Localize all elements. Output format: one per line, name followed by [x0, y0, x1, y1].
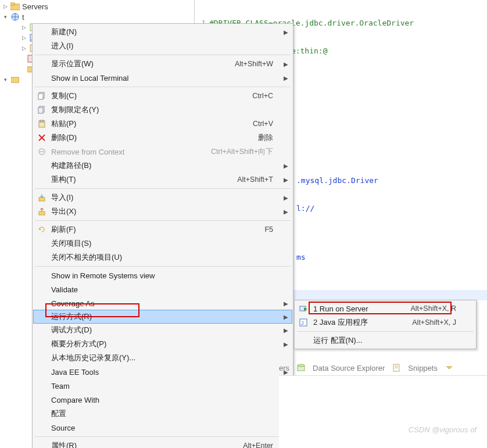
tree-node-project[interactable]: ▾ t: [0, 12, 194, 22]
svg-rect-20: [39, 198, 45, 201]
menu-item[interactable]: Java EE Tools▶: [34, 365, 292, 379]
more-icon[interactable]: [443, 362, 455, 374]
svg-rect-1: [10, 3, 15, 5]
menu-item[interactable]: 删除(D)删除: [34, 131, 292, 145]
run-java-icon: J: [298, 317, 310, 328]
submenu-arrow-icon: ▶: [284, 163, 288, 169]
menu-separator: [35, 87, 291, 87]
blank-icon: [36, 311, 48, 322]
menu-item-label: 显示位置(W): [51, 59, 235, 69]
copy-icon: [36, 90, 48, 102]
expander-icon[interactable]: ▷: [21, 35, 27, 41]
submenu-arrow-icon: ▶: [284, 195, 288, 201]
menu-item[interactable]: 重构(T)Alt+Shift+T▶: [34, 173, 292, 187]
blank-icon: [298, 335, 310, 346]
menu-item[interactable]: Coverage As▶: [34, 296, 292, 310]
menu-item-label: 刷新(F): [51, 224, 264, 235]
menu-item-label: 从本地历史记录复原(Y)...: [51, 353, 281, 363]
submenu-arrow-icon: ▶: [284, 209, 288, 215]
menu-item[interactable]: Source▶: [34, 421, 292, 435]
menu-item-label: Remove from Context: [51, 148, 211, 156]
submenu-item[interactable]: J2 Java 应用程序Alt+Shift+X, J: [296, 316, 475, 329]
menu-item-label: 调试方式(D): [51, 325, 281, 335]
submenu-item[interactable]: 运行 配置(N)...: [296, 334, 475, 347]
blank-icon: [36, 160, 48, 171]
menu-item[interactable]: Team▶: [34, 379, 292, 393]
code-text: .mysql.jdbc.Driver: [296, 176, 378, 185]
menu-item[interactable]: 关闭项目(S): [34, 236, 292, 250]
code-text: l://: [296, 204, 314, 213]
menu-item-label: Source: [51, 424, 281, 432]
submenu-item-label: 运行 配置(N)...: [313, 335, 464, 346]
snippets-icon: [391, 362, 402, 374]
paste-icon: [36, 118, 48, 130]
expander-icon[interactable]: ▷: [21, 45, 27, 51]
menu-item[interactable]: 属性(R)Alt+Enter: [34, 439, 292, 448]
tree-node-servers[interactable]: ▷ Servers: [0, 1, 194, 12]
tree-label: t: [22, 13, 24, 21]
submenu-item-label: 1 Run on Server: [313, 304, 410, 313]
menu-item-accelerator: Alt+Enter: [243, 442, 281, 448]
menu-item-label: 运行方式(R): [51, 311, 281, 322]
submenu-arrow-icon: ▶: [284, 61, 288, 67]
menu-separator: [35, 188, 291, 189]
menu-item[interactable]: Show in Remote Systems view: [34, 268, 292, 282]
submenu-item[interactable]: 1 Run on ServerAlt+Shift+X, R: [296, 302, 475, 316]
expander-icon[interactable]: ▷: [2, 3, 8, 9]
menu-separator: [35, 55, 291, 55]
menu-item[interactable]: 复制(C)Ctrl+C: [34, 89, 292, 103]
menu-item-label: 复制(C): [51, 91, 252, 101]
menu-item[interactable]: 刷新(F)F5: [34, 223, 292, 236]
watermark: CSDN @vigorous of: [409, 425, 477, 434]
expander-icon[interactable]: ▾: [2, 14, 8, 20]
menu-item-label: 关闭不相关的项目(U): [51, 252, 281, 263]
blank-icon: [36, 394, 48, 406]
menu-item[interactable]: 新建(N)▶: [34, 25, 292, 39]
menu-item[interactable]: Compare With▶: [34, 393, 292, 407]
menu-item[interactable]: 构建路径(B)▶: [34, 159, 292, 173]
refresh-icon: [36, 224, 48, 235]
submenu-arrow-icon: ▶: [284, 75, 288, 81]
menu-item[interactable]: 概要分析方式(P)▶: [34, 337, 292, 351]
menu-item[interactable]: Validate: [34, 282, 292, 296]
svg-rect-9: [11, 77, 19, 83]
menu-item[interactable]: 进入(I): [34, 39, 292, 53]
menu-item[interactable]: 导入(I)▶: [34, 191, 292, 205]
menu-item[interactable]: 显示位置(W)Alt+Shift+W▶: [34, 57, 292, 71]
run-server-icon: [298, 303, 310, 314]
menu-item-label: 粘贴(P): [51, 119, 253, 129]
expander-icon[interactable]: ▾: [2, 77, 8, 83]
view-tab-snippets[interactable]: Snippets: [391, 362, 438, 374]
submenu-arrow-icon: ▶: [284, 29, 288, 35]
submenu-item-label: 2 Java 应用程序: [313, 317, 412, 328]
blank-icon: [36, 40, 48, 52]
menu-item[interactable]: 复制限定名(Y): [34, 103, 292, 117]
menu-item[interactable]: 调试方式(D)▶: [34, 323, 292, 337]
menu-item[interactable]: 关闭不相关的项目(U): [34, 250, 292, 264]
svg-rect-11: [38, 94, 43, 99]
folder-icon: [10, 75, 20, 84]
view-tab-data-source-explorer[interactable]: Data Source Explorer: [295, 362, 385, 374]
menu-item-label: Validate: [51, 285, 281, 294]
menu-item[interactable]: Show in Local Terminal▶: [34, 71, 292, 85]
svg-rect-13: [38, 107, 43, 113]
menu-item-accelerator: Ctrl+Alt+Shift+向下: [211, 147, 281, 157]
expander-icon[interactable]: ▷: [21, 24, 27, 30]
menu-item[interactable]: 导出(X)▶: [34, 205, 292, 218]
blank-icon: [36, 366, 48, 378]
menu-item-label: 重构(T): [51, 174, 237, 185]
menu-item-label: 导出(X): [51, 206, 281, 217]
menu-item[interactable]: 粘贴(P)Ctrl+V: [34, 117, 292, 131]
menu-item-label: 导入(I): [51, 192, 281, 203]
menu-item[interactable]: 配置▶: [34, 407, 292, 421]
menu-item-label: Team: [51, 382, 281, 390]
view-tab-servers[interactable]: ers: [279, 364, 289, 372]
dynamic-web-project-icon: [10, 12, 20, 21]
menu-item[interactable]: 运行方式(R)▶: [33, 310, 292, 324]
context-menu: 新建(N)▶进入(I)显示位置(W)Alt+Shift+W▶Show in Lo…: [32, 23, 293, 448]
submenu-item-accelerator: Alt+Shift+X, R: [410, 304, 464, 313]
bottom-pane: [279, 375, 487, 448]
blank-icon: [36, 270, 48, 281]
view-tab-label: Data Source Explorer: [313, 364, 385, 372]
menu-item[interactable]: 从本地历史记录复原(Y)...: [34, 351, 292, 365]
